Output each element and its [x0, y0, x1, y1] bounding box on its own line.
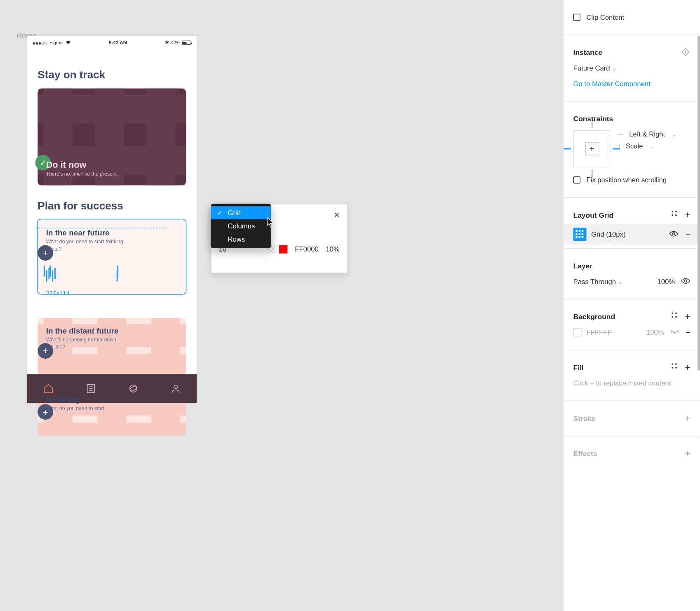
styles-icon[interactable] — [670, 362, 677, 373]
visibility-icon[interactable] — [669, 230, 678, 238]
svg-point-23 — [675, 367, 677, 369]
selection-dimensions: 327×114 — [46, 290, 178, 296]
arrow-horizontal-icon: ↔ — [618, 130, 625, 137]
card-distant-future[interactable]: In the distant future What's happening f… — [38, 318, 186, 374]
visibility-icon[interactable] — [681, 277, 691, 286]
constraints-widget[interactable]: + — [573, 130, 611, 167]
svg-line-17 — [671, 332, 672, 333]
color-swatch[interactable] — [280, 245, 288, 254]
section-stay-title: Stay on track — [38, 69, 186, 81]
stroke-title: Stroke — [573, 414, 596, 423]
cursor-icon — [267, 217, 275, 230]
constraints-title: Constraints — [573, 115, 613, 123]
tab-explore-icon[interactable] — [128, 383, 139, 394]
card-subtitle: What do you need to start thinking about… — [46, 239, 124, 253]
add-background-icon[interactable]: + — [685, 311, 691, 322]
selection-handle[interactable] — [54, 268, 56, 279]
add-grid-icon[interactable]: + — [685, 210, 691, 221]
svg-point-9 — [672, 214, 673, 216]
instance-title: Instance — [573, 48, 603, 56]
background-title: Background — [573, 313, 615, 321]
svg-point-16 — [675, 316, 677, 318]
svg-point-12 — [684, 280, 687, 282]
layer-opacity-value[interactable]: 100% — [657, 278, 675, 285]
selection-handle[interactable] — [52, 270, 53, 282]
properties-panel: Clip Content Instance Future Card ⌄ Go t… — [563, 0, 700, 611]
fix-position-label: Fix position when scrolling — [586, 176, 667, 183]
artboard-home[interactable]: ●●●○○ Figma 9:42 AM ✱ 42% Stay on track … — [27, 36, 197, 403]
battery-icon — [182, 41, 191, 45]
svg-point-21 — [675, 363, 677, 365]
blend-mode-dropdown[interactable]: Pass Through⌄ — [573, 278, 622, 285]
constraint-v-dropdown[interactable]: ↕ Scale⌄ — [618, 142, 677, 149]
plus-icon[interactable]: + — [38, 343, 53, 359]
selection-handle[interactable] — [49, 265, 51, 277]
fill-title: Fill — [573, 364, 584, 372]
card-subtitle: What do you need to start — [46, 405, 124, 412]
dropdown-item-grid[interactable]: Grid — [211, 206, 271, 219]
constraint-h-dropdown[interactable]: ↔ Left & Right⌄ — [618, 130, 677, 137]
close-icon[interactable]: × — [334, 210, 340, 221]
plus-icon[interactable]: + — [38, 404, 53, 420]
grid-swatch-icon[interactable] — [573, 228, 587, 241]
layout-grid-title: Layout Grid — [573, 211, 614, 219]
color-opacity-value[interactable]: 10% — [326, 246, 339, 253]
color-hex-value[interactable]: FF0000 — [295, 246, 318, 253]
svg-point-6 — [174, 385, 177, 389]
tab-list-icon[interactable] — [85, 383, 96, 394]
clip-content-label: Clip Content — [586, 14, 624, 21]
svg-point-22 — [672, 367, 673, 369]
svg-line-19 — [678, 332, 678, 333]
svg-point-13 — [672, 313, 673, 314]
tab-home-icon[interactable] — [43, 383, 54, 394]
selection-handle[interactable] — [48, 268, 49, 279]
color-swatch[interactable] — [573, 328, 582, 336]
selection-handle[interactable] — [117, 270, 118, 282]
card-subtitle: There's no time like the present — [46, 171, 178, 177]
layer-title: Layer — [573, 262, 592, 270]
card-title: Do it now — [46, 160, 178, 170]
reset-instance-icon[interactable] — [681, 47, 691, 58]
clock-label: 9:42 AM — [109, 40, 127, 45]
add-fill-icon[interactable]: + — [685, 362, 691, 373]
add-effect-icon[interactable]: + — [685, 449, 691, 459]
card-title: In the distant future — [46, 326, 178, 335]
background-opacity[interactable]: 100% — [646, 329, 664, 336]
card-do-it-now[interactable]: ✓ Do it now There's no time like the pre… — [38, 89, 186, 186]
bluetooth-icon: ✱ — [165, 40, 169, 45]
carrier-label: Figma — [49, 40, 63, 45]
card-near-future[interactable]: In the near future What do you need to s… — [38, 219, 186, 294]
svg-point-10 — [675, 214, 677, 216]
instance-name[interactable]: Future Card — [573, 65, 610, 72]
signal-icon: ●●●○○ — [32, 40, 47, 46]
remove-background-icon[interactable]: − — [686, 328, 691, 337]
clip-content-checkbox[interactable] — [573, 14, 580, 21]
go-to-master-link[interactable]: Go to Master Component — [573, 80, 651, 87]
remove-grid-icon[interactable]: − — [686, 230, 691, 239]
hidden-icon[interactable] — [670, 329, 679, 336]
grid-type-dropdown[interactable]: Grid Columns Rows — [211, 204, 271, 248]
fix-position-checkbox[interactable] — [573, 176, 580, 183]
card-title: In the near future — [46, 228, 178, 237]
section-plan-title: Plan for success — [38, 200, 186, 212]
styles-icon[interactable] — [670, 210, 677, 221]
svg-point-8 — [675, 211, 677, 212]
card-title: Someday — [46, 395, 178, 404]
dropdown-item-columns[interactable]: Columns — [211, 219, 271, 233]
chevron-down-icon[interactable]: ⌄ — [612, 65, 617, 71]
grid-item-label[interactable]: Grid (10px) — [591, 231, 625, 238]
svg-point-20 — [672, 363, 673, 365]
card-subtitle: What's happening further down the line? — [46, 336, 124, 350]
fill-message: Click + to replace mixed content. — [573, 380, 673, 387]
plus-icon[interactable]: + — [38, 245, 53, 261]
add-stroke-icon[interactable]: + — [685, 413, 691, 424]
svg-point-7 — [672, 211, 673, 212]
selection-handle[interactable] — [46, 270, 47, 282]
battery-label: 42% — [171, 40, 181, 45]
tab-profile-icon[interactable] — [170, 383, 181, 394]
background-hex[interactable]: FFFFFF — [586, 329, 611, 336]
scrollbar[interactable] — [698, 36, 700, 371]
selection-handle[interactable] — [44, 265, 45, 277]
dropdown-item-rows[interactable]: Rows — [211, 233, 271, 246]
styles-icon[interactable] — [670, 311, 677, 322]
